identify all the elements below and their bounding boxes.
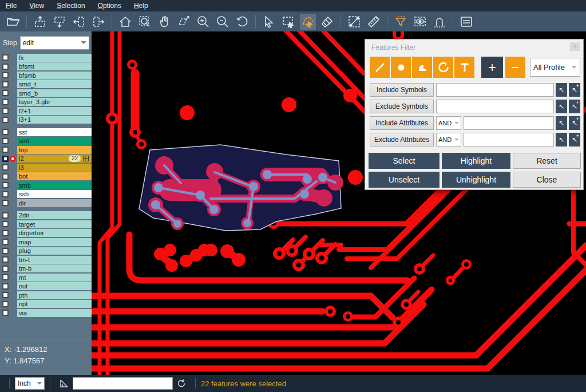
select-rectangle-icon[interactable]: [280, 14, 296, 30]
layer-checkbox[interactable]: [2, 173, 9, 180]
layer-checkbox[interactable]: [2, 72, 9, 78]
home-view-icon[interactable]: [117, 14, 133, 30]
exclude-attributes-and-select[interactable]: AND: [436, 133, 461, 146]
layer-checkbox[interactable]: [2, 90, 9, 96]
angle-measure-icon[interactable]: [59, 378, 69, 389]
step-select[interactable]: edit: [20, 36, 89, 50]
layer-checkbox[interactable]: [2, 239, 9, 245]
pan-up-icon[interactable]: [32, 14, 48, 30]
layer-checkbox[interactable]: [2, 221, 9, 227]
layer-row[interactable]: layer_3.gbr: [0, 98, 92, 106]
open-file-icon[interactable]: [5, 14, 21, 30]
unselect-button[interactable]: Unselect: [369, 172, 440, 188]
layer-checkbox[interactable]: [2, 99, 9, 105]
zoom-polygon-icon[interactable]: [176, 14, 192, 30]
layer-checkbox[interactable]: [2, 138, 9, 144]
layer-row[interactable]: map: [0, 237, 92, 246]
layer-checkbox[interactable]: [2, 266, 9, 272]
exclude-symbols-button[interactable]: Exclude Symbols: [370, 100, 434, 113]
close-icon[interactable]: ×: [570, 42, 580, 51]
layer-checkbox[interactable]: [2, 230, 9, 236]
layer-row[interactable]: ssb: [0, 190, 92, 199]
select-button[interactable]: Select: [369, 153, 440, 169]
layer-checkbox[interactable]: [2, 164, 9, 171]
pick-add-attribute-button[interactable]: ↖+: [569, 133, 580, 146]
layer-row[interactable]: l3+1: [0, 116, 92, 124]
filter-text-button[interactable]: [454, 57, 474, 78]
layer-row[interactable]: l3: [0, 163, 92, 172]
features-filter-icon[interactable]: [393, 14, 409, 30]
layer-checkbox[interactable]: [2, 117, 9, 123]
filter-remove-button[interactable]: −: [505, 57, 525, 78]
layer-checkbox[interactable]: [2, 64, 9, 70]
close-button[interactable]: Close: [513, 172, 581, 188]
pick-symbol-button[interactable]: ↖: [556, 100, 567, 113]
layer-checkbox[interactable]: [2, 108, 9, 114]
filter-surface-button[interactable]: [412, 57, 432, 78]
layers-panel-icon[interactable]: [458, 14, 474, 30]
layer-row[interactable]: l2+1: [0, 106, 92, 115]
pan-down-icon[interactable]: [52, 14, 68, 30]
pan-right-icon[interactable]: [90, 14, 106, 30]
layer-row[interactable]: bfsmt: [0, 62, 92, 71]
clear-brush-icon[interactable]: [319, 14, 335, 30]
layer-checkbox[interactable]: [2, 256, 9, 263]
layer-row[interactable]: smt: [0, 137, 92, 145]
layer-checkbox[interactable]: [2, 310, 9, 316]
exclude-symbols-input[interactable]: [436, 100, 554, 113]
layer-checkbox[interactable]: [2, 182, 9, 188]
layer-row[interactable]: tm-b: [0, 264, 92, 273]
layer-checkbox[interactable]: [2, 146, 9, 153]
menu-view[interactable]: View: [29, 2, 44, 10]
layer-row[interactable]: top: [0, 145, 92, 154]
pick-attribute-button[interactable]: ↖: [556, 133, 567, 146]
command-input[interactable]: [73, 377, 173, 390]
menu-file[interactable]: File: [6, 2, 17, 10]
layer-checkbox[interactable]: [2, 200, 9, 206]
pan-left-icon[interactable]: [71, 14, 87, 30]
exclude-attributes-button[interactable]: Exclude Attributes: [370, 133, 434, 146]
layer-checkbox[interactable]: [2, 248, 9, 254]
layer-row[interactable]: tm-t: [0, 255, 92, 264]
layer-row[interactable]: smb: [0, 181, 92, 189]
layer-checkbox[interactable]: [2, 292, 9, 298]
layer-row[interactable]: dir: [0, 199, 92, 207]
profile-select[interactable]: All Profile: [530, 58, 580, 77]
layer-row[interactable]: bfsmb: [0, 71, 92, 80]
exclude-attributes-input[interactable]: [464, 133, 554, 146]
pick-add-attribute-button[interactable]: ↖+: [569, 116, 580, 130]
layer-checkbox[interactable]: [2, 156, 9, 162]
filter-arc-button[interactable]: [433, 57, 453, 78]
layer-checkbox[interactable]: [2, 129, 9, 135]
zoom-window-icon[interactable]: [137, 14, 153, 30]
layer-row-active[interactable]: l2 22: [0, 155, 92, 163]
layer-row[interactable]: npt: [0, 300, 92, 308]
layer-row[interactable]: fx: [0, 53, 92, 62]
measure-line-icon[interactable]: [346, 14, 362, 30]
layer-row[interactable]: plug: [0, 247, 92, 255]
include-symbols-input[interactable]: [436, 83, 554, 97]
unhighlight-button[interactable]: Unhighlight: [442, 172, 510, 188]
layer-row[interactable]: via: [0, 308, 92, 317]
layer-checkbox[interactable]: [2, 274, 9, 280]
layer-checkbox[interactable]: [2, 191, 9, 197]
layer-checkbox[interactable]: [2, 81, 9, 88]
view-options-icon[interactable]: [412, 14, 428, 30]
select-cursor-icon[interactable]: [261, 14, 277, 30]
layer-checkbox[interactable]: [2, 54, 9, 61]
reset-button[interactable]: Reset: [513, 153, 581, 169]
layer-row[interactable]: mt: [0, 273, 92, 282]
filter-add-button[interactable]: +: [481, 57, 503, 78]
layer-row[interactable]: out: [0, 282, 92, 291]
pick-add-symbol-button[interactable]: ↖+: [569, 83, 580, 97]
layer-row[interactable]: pth: [0, 291, 92, 299]
zoom-in-icon[interactable]: [195, 14, 211, 30]
menu-selection[interactable]: Selection: [57, 2, 85, 10]
filter-pad-button[interactable]: [391, 57, 411, 78]
include-attributes-input[interactable]: [464, 116, 554, 130]
layer-row[interactable]: target: [0, 220, 92, 228]
include-attributes-button[interactable]: Include Attributes: [370, 116, 434, 130]
layer-row[interactable]: sst: [0, 128, 92, 136]
select-polygon-icon[interactable]: [300, 14, 316, 30]
filter-line-button[interactable]: [370, 57, 390, 78]
